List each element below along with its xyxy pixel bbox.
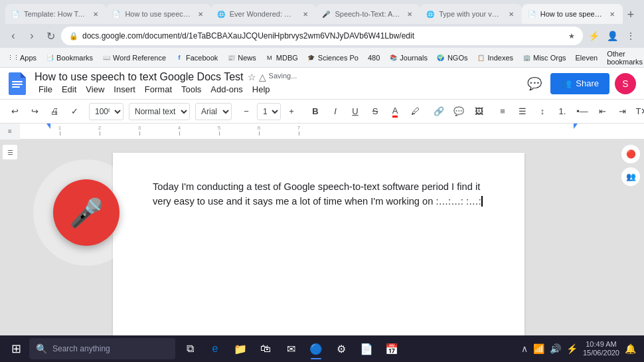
share-button[interactable]: 👥 Share — [550, 73, 609, 94]
tray-icons[interactable]: ∧ — [521, 343, 528, 354]
drive-icon[interactable]: △ — [259, 72, 266, 82]
align-left-button[interactable]: ≡ — [493, 102, 512, 121]
bookmark-news[interactable]: 📰 News — [223, 50, 260, 65]
outline-icon[interactable]: ☰ — [3, 145, 17, 159]
redo-button[interactable]: ↪ — [25, 102, 44, 121]
bookmark-journals[interactable]: 📚 Journals — [385, 50, 432, 65]
menu-insert[interactable]: Insert — [110, 83, 139, 96]
indent-more-button[interactable]: ⇥ — [613, 102, 631, 121]
tab-3[interactable]: 🌐 Ever Wondered: How d... ✕ — [211, 4, 317, 24]
taskbar-search-box[interactable]: 🔍 Search anything — [29, 338, 175, 359]
menu-edit[interactable]: Edit — [58, 83, 80, 96]
taskbar-mail[interactable]: ✉ — [279, 337, 303, 361]
bookmark-sciencespo[interactable]: 🎓 Sciences Po — [303, 50, 362, 65]
right-margin-marker[interactable] — [574, 124, 578, 129]
tab-5-close[interactable]: ✕ — [506, 9, 517, 19]
bookmark-indexes[interactable]: 📋 Indexes — [473, 50, 517, 65]
docs-title[interactable]: How to use speech to text Google Docs Te… — [35, 71, 244, 83]
menu-button[interactable]: ⋮ — [623, 28, 639, 44]
print-button[interactable]: 🖨 — [45, 102, 64, 121]
volume-icon[interactable]: 🔊 — [550, 343, 561, 354]
font-size-select[interactable]: 11 — [257, 103, 281, 120]
tab-1-close[interactable]: ✕ — [90, 9, 101, 19]
bold-button[interactable]: B — [306, 102, 325, 121]
back-button[interactable]: ‹ — [5, 28, 21, 44]
insert-comment-button[interactable]: 💬 — [449, 102, 468, 121]
notification-tray-icon[interactable]: 🔔 — [625, 343, 636, 354]
taskbar-chrome[interactable]: 🔵 — [304, 337, 328, 361]
menu-file[interactable]: File — [35, 83, 56, 96]
bookmark-ngos[interactable]: 🌍 NGOs — [433, 50, 472, 65]
tab-6-close[interactable]: ✕ — [607, 9, 617, 19]
network-icon[interactable]: 📶 — [533, 343, 544, 354]
menu-format[interactable]: Format — [141, 83, 176, 96]
comment-button[interactable]: 💬 — [524, 73, 545, 94]
menu-tools[interactable]: Tools — [177, 83, 205, 96]
indent-less-button[interactable]: ⇤ — [593, 102, 611, 121]
line-spacing-button[interactable]: ↕ — [533, 102, 552, 121]
tab-4[interactable]: 🎤 Speech-to-Text: Autom... ✕ — [316, 4, 420, 24]
align-center-button[interactable]: ☰ — [513, 102, 532, 121]
tab-6-active[interactable]: 📄 How to use speech to... ✕ — [522, 4, 623, 24]
new-tab-button[interactable]: + — [623, 5, 639, 24]
style-select[interactable]: Normal text — [129, 103, 190, 120]
tab-5[interactable]: 🌐 Type with your voice -... ✕ — [420, 4, 522, 24]
notification-icon[interactable]: 🔴 — [621, 145, 640, 163]
reload-button[interactable]: ↻ — [42, 28, 58, 44]
bookmark-480[interactable]: 480 — [364, 50, 384, 65]
bullet-list-button[interactable]: •— — [573, 102, 592, 121]
left-margin-marker[interactable] — [46, 124, 50, 129]
document-content[interactable]: Today I'm conducting a test of Google sp… — [153, 179, 485, 209]
taskbar-edge[interactable]: e — [203, 337, 227, 361]
bookmark-mdbg[interactable]: M MDBG — [262, 50, 302, 65]
bookmark-facebook[interactable]: f Facebook — [171, 50, 222, 65]
voice-record-button[interactable]: 🎤 — [53, 179, 120, 246]
menu-addons[interactable]: Add-ons — [206, 83, 246, 96]
forward-button[interactable]: › — [24, 28, 40, 44]
clear-format-button[interactable]: T✕ — [633, 102, 644, 121]
right-panel-icon-2[interactable]: 👥 — [621, 167, 640, 186]
taskbar-settings[interactable]: ⚙ — [329, 337, 353, 361]
insert-image-button[interactable]: 🖼 — [469, 102, 488, 121]
system-clock[interactable]: 10:49 AM 15/06/2020 — [583, 340, 619, 357]
star-icon[interactable]: ☆ — [248, 72, 256, 82]
zoom-select[interactable]: 100% — [89, 103, 123, 120]
link-button[interactable]: 🔗 — [430, 102, 448, 121]
bookmark-miscorgs[interactable]: 🏢 Misc Orgs — [519, 50, 570, 65]
tab-3-close[interactable]: ✕ — [300, 9, 311, 19]
taskbar-docs-app[interactable]: 📄 — [355, 337, 378, 361]
bookmark-apps[interactable]: ⋮⋮ Apps — [5, 50, 40, 65]
font-size-decrease[interactable]: − — [237, 102, 256, 121]
taskbar-calendar[interactable]: 📅 — [380, 337, 404, 361]
menu-view[interactable]: View — [82, 83, 108, 96]
bookmark-wordref[interactable]: 📖 Word Reference — [98, 50, 170, 65]
font-select[interactable]: Arial — [195, 103, 232, 120]
taskbar-store[interactable]: 🛍 — [254, 337, 278, 361]
taskbar-taskview[interactable]: ⧉ — [178, 337, 202, 361]
spellcheck-button[interactable]: ✓ — [65, 102, 84, 121]
user-avatar[interactable]: S — [615, 73, 636, 94]
tab-2[interactable]: 📄 How to use speech to t... ✕ — [106, 4, 210, 24]
battery-icon[interactable]: ⚡ — [566, 343, 578, 354]
bookmark-bookmarks[interactable]: 📑 Bookmarks — [42, 50, 97, 65]
start-button[interactable]: ⊞ — [5, 338, 27, 359]
underline-button[interactable]: U — [346, 102, 364, 121]
menu-help[interactable]: Help — [248, 83, 274, 96]
taskbar-explorer[interactable]: 📁 — [228, 337, 252, 361]
italic-button[interactable]: I — [326, 102, 345, 121]
text-color-button[interactable]: A — [386, 102, 404, 121]
extensions-button[interactable]: ⚡ — [586, 28, 602, 44]
other-bookmarks[interactable]: Other bookmarks — [603, 50, 644, 65]
address-input[interactable]: 🔒 docs.google.com/document/d/1eTaBCBAXau… — [61, 27, 583, 45]
ruler-toggle-left[interactable]: ≡ — [0, 124, 20, 139]
highlight-button[interactable]: 🖊 — [406, 102, 424, 121]
bookmark-eleven[interactable]: Eleven — [572, 50, 602, 65]
undo-button[interactable]: ↩ — [5, 102, 24, 121]
tab-4-close[interactable]: ✕ — [404, 9, 415, 19]
profile-button[interactable]: 👤 — [604, 28, 620, 44]
tab-2-close[interactable]: ✕ — [195, 9, 206, 19]
strikethrough-button[interactable]: S — [366, 102, 384, 121]
font-size-increase[interactable]: + — [282, 102, 301, 121]
tab-1[interactable]: 📄 Template: How To Arti... ✕ — [5, 4, 106, 24]
numbered-list-button[interactable]: 1. — [553, 102, 572, 121]
